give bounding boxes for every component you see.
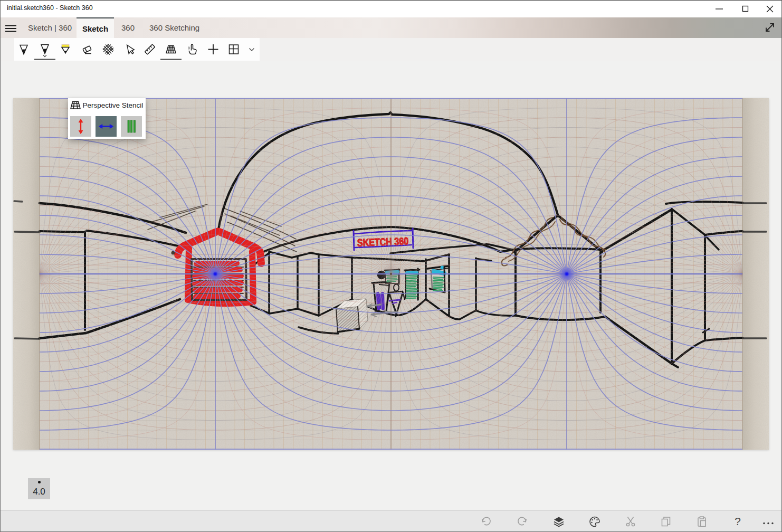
svg-text:Perspective Stencil: Perspective Stencil xyxy=(83,101,144,109)
svg-text:?: ? xyxy=(735,515,741,527)
svg-text:SKETCH 360: SKETCH 360 xyxy=(357,235,409,248)
